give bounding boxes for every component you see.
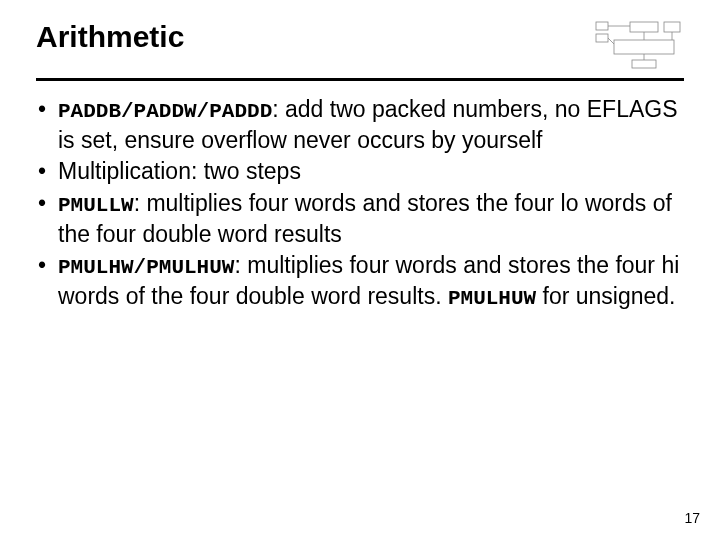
code-span: PMULLW [58,194,134,217]
svg-rect-3 [664,22,680,32]
title-row: Arithmetic [36,20,684,70]
bullet-text: for unsigned. [536,283,675,309]
svg-rect-2 [630,22,658,32]
page-number: 17 [684,510,700,526]
bullet-text: Multiplication: two steps [58,158,301,184]
code-span: PMULHUW [448,287,536,310]
svg-rect-4 [614,40,674,54]
title-divider [36,78,684,81]
svg-rect-5 [632,60,656,68]
cpu-diagram-icon [594,20,684,70]
svg-rect-1 [596,34,608,42]
list-item: PMULHW/PMULHUW: multiplies four words an… [36,251,680,313]
code-span: PMULHW/PMULHUW [58,256,234,279]
list-item: PMULLW: multiplies four words and stores… [36,189,680,249]
bullet-text: : multiplies four words and stores the f… [58,190,672,247]
svg-line-7 [608,38,614,44]
slide: Arithmetic PADDB/PADDW/PADDD: add two pa… [0,0,720,540]
svg-rect-0 [596,22,608,30]
slide-title: Arithmetic [36,20,184,54]
list-item: Multiplication: two steps [36,157,680,186]
list-item: PADDB/PADDW/PADDD: add two packed number… [36,95,680,155]
bullet-list: PADDB/PADDW/PADDD: add two packed number… [36,95,684,313]
code-span: PADDB/PADDW/PADDD [58,100,272,123]
